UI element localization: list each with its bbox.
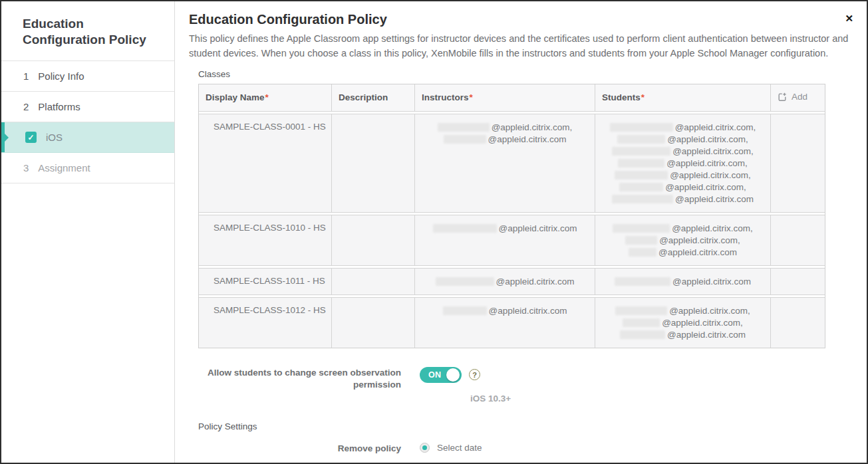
redacted-text [619, 183, 663, 191]
email-entry: @appleid.citrix.com, [601, 235, 765, 247]
column-header: Description [331, 84, 414, 112]
close-icon[interactable]: ✕ [845, 13, 853, 23]
required-asterisk: * [641, 92, 645, 102]
email-entry: @appleid.citrix.com [420, 305, 589, 317]
redacted-text [433, 224, 497, 233]
toggle-label: Allow students to change screen observat… [198, 367, 401, 404]
table-row[interactable]: SAMPLE-CLASS-1012 - HS@appleid.citrix.co… [199, 297, 825, 348]
remove-policy-options: Select dateDuration until removal (in ho… [420, 443, 565, 463]
column-header: Instructors* [414, 84, 595, 112]
step-number: 1 [23, 70, 29, 82]
remove-policy-option[interactable]: Select date [420, 443, 565, 453]
redacted-text [623, 318, 660, 327]
main-panel: ✕ Education Configuration Policy This po… [175, 1, 867, 463]
email-entry: @appleid.citrix.com, [601, 146, 765, 158]
email-entry: @appleid.citrix.com, [601, 223, 765, 235]
table-header-row: Display Name*DescriptionInstructors*Stud… [199, 84, 825, 112]
email-entry: @appleid.citrix.com, [601, 134, 765, 146]
email-entry: @appleid.citrix.com, [601, 158, 765, 170]
redacted-text [618, 159, 664, 168]
page-title: Education Configuration Policy [189, 12, 853, 27]
ios-checkbox-icon[interactable]: ✓ [25, 132, 37, 143]
step-label: Assignment [38, 162, 90, 174]
column-header: Students* [595, 84, 770, 112]
wizard-sidebar: Education Configuration Policy 1 Policy … [1, 1, 175, 463]
email-entry: @appleid.citrix.com, [601, 122, 765, 134]
column-header: Display Name* [199, 84, 331, 112]
action-cell [770, 297, 825, 348]
policy-description: This policy defines the Apple Classroom … [189, 32, 853, 60]
toggle-knob[interactable] [446, 368, 460, 382]
email-entry: @appleid.citrix.com [420, 134, 589, 146]
step-label: iOS [46, 132, 63, 143]
sidebar-item-assignment[interactable]: 3 Assignment [1, 153, 174, 183]
redacted-text [615, 306, 667, 315]
email-list-cell: @appleid.citrix.com,@appleid.citrix.com,… [595, 114, 770, 213]
step-label: Platforms [38, 101, 80, 112]
email-list-cell: @appleid.citrix.com [414, 268, 595, 295]
add-button-label: Add [792, 92, 807, 102]
action-cell [770, 268, 825, 295]
redacted-text [444, 135, 486, 144]
help-icon[interactable]: ? [469, 369, 480, 380]
email-list-cell: @appleid.citrix.com,@appleid.citrix.com [414, 114, 595, 213]
email-entry: @appleid.citrix.com [420, 223, 589, 235]
sidebar-item-policy-info[interactable]: 1 Policy Info [1, 61, 174, 92]
description-cell [331, 268, 414, 295]
email-entry: @appleid.citrix.com [601, 247, 765, 259]
email-entry: @appleid.citrix.com, [420, 122, 589, 134]
required-asterisk: * [265, 92, 269, 102]
email-entry: @appleid.citrix.com, [601, 305, 765, 317]
toggle-control: ON ? iOS 10.3+ [420, 367, 511, 404]
redacted-text [620, 330, 665, 339]
radio-label: Select date [437, 443, 482, 453]
remove-policy-row: Remove policy Select dateDuration until … [198, 443, 853, 463]
email-list-cell: @appleid.citrix.com [595, 268, 770, 295]
redacted-text [617, 135, 665, 144]
redacted-text [436, 277, 494, 286]
redacted-text [625, 236, 657, 245]
action-cell [770, 114, 825, 213]
display-name-cell: SAMPLE-CLASS-1012 - HS [199, 297, 331, 348]
email-entry: @appleid.citrix.com, [601, 181, 765, 193]
email-list-cell: @appleid.citrix.com,@appleid.citrix.com,… [595, 297, 770, 348]
required-asterisk: * [470, 92, 473, 102]
display-name-cell: SAMPLE-CLASS-1010 - HS [199, 215, 331, 266]
add-column-header: Add [770, 84, 825, 112]
sidebar-item-ios[interactable]: ✓ iOS [1, 122, 174, 153]
email-entry: @appleid.citrix.com, [601, 170, 765, 181]
add-icon [778, 92, 787, 102]
redacted-text [438, 123, 490, 132]
screen-observation-toggle[interactable]: ON [420, 367, 462, 383]
display-name-cell: SAMPLE-CLASS-0001 - HS [199, 114, 331, 213]
sidebar-title: Education Configuration Policy [1, 1, 174, 61]
classes-table: Display Name*DescriptionInstructors*Stud… [199, 84, 825, 348]
email-entry: @appleid.citrix.com [601, 276, 765, 288]
table-row[interactable]: SAMPLE-CLASS-0001 - HS@appleid.citrix.co… [199, 114, 825, 213]
redacted-text [610, 123, 673, 132]
add-class-button[interactable]: Add [778, 92, 807, 102]
ios-settings-content: Classes Display Name*DescriptionInstruct… [198, 69, 853, 463]
redacted-text [612, 147, 670, 156]
email-entry: @appleid.citrix.com [601, 193, 765, 205]
redacted-text [612, 195, 673, 203]
policy-settings-label: Policy Settings [198, 421, 853, 431]
action-cell [770, 215, 825, 266]
table-row[interactable]: SAMPLE-CLASS-1010 - HS@appleid.citrix.co… [199, 215, 825, 266]
education-configuration-policy-dialog: Education Configuration Policy 1 Policy … [0, 0, 868, 464]
step-number: 2 [23, 101, 29, 112]
toggle-state-text: ON [428, 370, 442, 380]
email-entry: @appleid.citrix.com [420, 276, 589, 288]
step-number: 3 [23, 162, 29, 174]
redacted-text [613, 224, 670, 233]
table-row[interactable]: SAMPLE-CLASS-1011 - HS@appleid.citrix.co… [199, 268, 825, 295]
radio-selected-icon[interactable] [420, 443, 430, 453]
redacted-text [443, 306, 487, 315]
remove-policy-label: Remove policy [198, 443, 401, 463]
active-step-indicator [1, 122, 5, 152]
sidebar-item-platforms[interactable]: 2 Platforms [1, 92, 174, 122]
redacted-text [629, 248, 656, 257]
description-cell [331, 297, 414, 348]
step-label: Policy Info [38, 70, 84, 82]
email-list-cell: @appleid.citrix.com,@appleid.citrix.com,… [595, 215, 770, 266]
